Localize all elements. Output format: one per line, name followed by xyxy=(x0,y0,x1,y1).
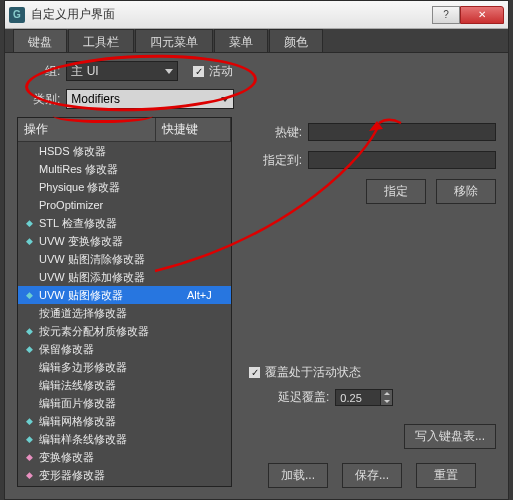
assigned-label: 指定到: xyxy=(248,152,302,169)
list-header: 操作 快捷键 xyxy=(18,118,231,142)
list-item[interactable]: ◆按元素分配材质修改器 xyxy=(18,322,231,340)
modifier-icon: ◆ xyxy=(22,468,36,482)
reset-button[interactable]: 重置 xyxy=(416,463,476,488)
delay-label: 延迟覆盖: xyxy=(278,389,329,406)
delay-value[interactable]: 0.25 xyxy=(335,389,381,406)
list-item-label: HSDS 修改器 xyxy=(39,144,227,159)
remove-button[interactable]: 移除 xyxy=(436,179,496,204)
category-label: 类别: xyxy=(33,91,60,108)
save-button[interactable]: 保存... xyxy=(342,463,402,488)
list-item-label: Physique 修改器 xyxy=(39,180,227,195)
list-item[interactable]: ◆保留修改器 xyxy=(18,340,231,358)
group-label: 组: xyxy=(45,63,60,80)
tab-bar: 键盘 工具栏 四元菜单 菜单 颜色 xyxy=(5,29,508,53)
blank-icon xyxy=(22,252,36,266)
modifier-icon: ◆ xyxy=(22,486,36,487)
col-shortcut[interactable]: 快捷键 xyxy=(156,118,231,141)
tab-keyboard[interactable]: 键盘 xyxy=(13,29,67,52)
blank-icon xyxy=(22,360,36,374)
help-button[interactable]: ? xyxy=(432,6,460,24)
titlebar[interactable]: G 自定义用户界面 ? ✕ xyxy=(5,1,508,29)
list-item[interactable]: ◆编辑网格修改器 xyxy=(18,412,231,430)
hotkey-input[interactable] xyxy=(308,123,496,141)
tab-menu[interactable]: 菜单 xyxy=(214,29,268,52)
list-item[interactable]: 编辑多边形修改器 xyxy=(18,358,231,376)
list-item-label: UVW 贴图清除修改器 xyxy=(39,252,227,267)
assigned-input[interactable] xyxy=(308,151,496,169)
list-item-label: ProOptimizer xyxy=(39,199,227,211)
list-item[interactable]: UVW 贴图清除修改器 xyxy=(18,250,231,268)
list-item[interactable]: MultiRes 修改器 xyxy=(18,160,231,178)
list-item[interactable]: ProOptimizer xyxy=(18,196,231,214)
close-button[interactable]: ✕ xyxy=(460,6,504,24)
active-checkbox[interactable]: ✓ xyxy=(192,65,205,78)
list-item-label: 编辑面片修改器 xyxy=(39,396,227,411)
delay-spinner[interactable]: 0.25 xyxy=(335,389,393,406)
blank-icon xyxy=(22,144,36,158)
list-item-label: STL 检查修改器 xyxy=(39,216,227,231)
spinner-up-icon[interactable] xyxy=(381,390,392,398)
active-label: 活动 xyxy=(209,63,233,80)
list-item[interactable]: 按通道选择修改器 xyxy=(18,304,231,322)
list-item[interactable]: ◆变形器修改器 xyxy=(18,466,231,484)
blank-icon xyxy=(22,198,36,212)
list-item-label: UVW 贴图添加修改器 xyxy=(39,270,227,285)
list-item[interactable]: ◆编辑样条线修改器 xyxy=(18,430,231,448)
list-item[interactable]: UVW 贴图添加修改器 xyxy=(18,268,231,286)
group-value: 主 UI xyxy=(71,63,98,80)
list-item-label: UVW 贴图修改器 xyxy=(39,288,187,303)
modifier-icon: ◆ xyxy=(22,288,36,302)
assign-button[interactable]: 指定 xyxy=(366,179,426,204)
blank-icon xyxy=(22,378,36,392)
category-dropdown[interactable]: Modifiers xyxy=(66,89,234,109)
load-button[interactable]: 加载... xyxy=(268,463,328,488)
list-item-label: 编辑法线修改器 xyxy=(39,378,227,393)
tab-quadmenu[interactable]: 四元菜单 xyxy=(135,29,213,52)
list-item[interactable]: ◆STL 检查修改器 xyxy=(18,214,231,232)
list-item-label: UVW 变换修改器 xyxy=(39,234,227,249)
blank-icon xyxy=(22,162,36,176)
customize-ui-window: G 自定义用户界面 ? ✕ 键盘 工具栏 四元菜单 菜单 颜色 组: 主 UI … xyxy=(4,0,509,500)
override-checkbox[interactable]: ✓ xyxy=(248,366,261,379)
list-item-label: 编辑样条线修改器 xyxy=(39,432,227,447)
list-item[interactable]: ◆UVW 变换修改器 xyxy=(18,232,231,250)
override-label: 覆盖处于活动状态 xyxy=(265,364,361,381)
list-item[interactable]: ◆变换修改器 xyxy=(18,448,231,466)
list-item[interactable]: Physique 修改器 xyxy=(18,178,231,196)
list-item-label: 波浪修改器 xyxy=(39,486,227,488)
list-item-label: 变换修改器 xyxy=(39,450,227,465)
write-keyboard-button[interactable]: 写入键盘表... xyxy=(404,424,496,449)
app-icon: G xyxy=(9,7,25,23)
list-item-label: 编辑多边形修改器 xyxy=(39,360,227,375)
category-value: Modifiers xyxy=(71,92,120,106)
modifier-icon: ◆ xyxy=(22,234,36,248)
list-item-label: 编辑网格修改器 xyxy=(39,414,227,429)
action-listbox[interactable]: 操作 快捷键 HSDS 修改器MultiRes 修改器Physique 修改器P… xyxy=(17,117,232,487)
list-item-shortcut: Alt+J xyxy=(187,289,227,301)
blank-icon xyxy=(22,306,36,320)
list-item[interactable]: HSDS 修改器 xyxy=(18,142,231,160)
list-item-label: 保留修改器 xyxy=(39,342,227,357)
list-item-label: 变形器修改器 xyxy=(39,468,227,483)
list-item[interactable]: 编辑法线修改器 xyxy=(18,376,231,394)
modifier-icon: ◆ xyxy=(22,450,36,464)
list-item-label: MultiRes 修改器 xyxy=(39,162,227,177)
tab-toolbar[interactable]: 工具栏 xyxy=(68,29,134,52)
group-dropdown[interactable]: 主 UI xyxy=(66,61,178,81)
list-item[interactable]: ◆波浪修改器 xyxy=(18,484,231,487)
col-action[interactable]: 操作 xyxy=(18,118,156,141)
list-item-label: 按元素分配材质修改器 xyxy=(39,324,227,339)
tab-color[interactable]: 颜色 xyxy=(269,29,323,52)
blank-icon xyxy=(22,180,36,194)
blank-icon xyxy=(22,270,36,284)
blank-icon xyxy=(22,396,36,410)
hotkey-label: 热键: xyxy=(248,124,302,141)
modifier-icon: ◆ xyxy=(22,342,36,356)
list-item-label: 按通道选择修改器 xyxy=(39,306,227,321)
modifier-icon: ◆ xyxy=(22,414,36,428)
modifier-icon: ◆ xyxy=(22,324,36,338)
spinner-down-icon[interactable] xyxy=(381,398,392,406)
modifier-icon: ◆ xyxy=(22,432,36,446)
list-item[interactable]: 编辑面片修改器 xyxy=(18,394,231,412)
list-item[interactable]: ◆UVW 贴图修改器Alt+J xyxy=(18,286,231,304)
